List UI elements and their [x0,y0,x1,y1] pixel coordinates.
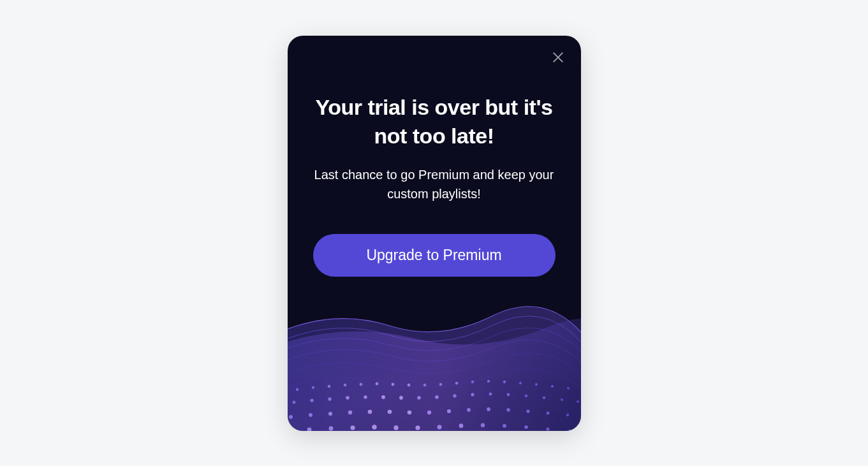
svg-point-28 [435,395,439,399]
svg-point-7 [375,382,378,385]
svg-point-22 [328,397,331,400]
wave-graphic [288,278,581,431]
svg-point-64 [546,427,549,430]
upgrade-button[interactable]: Upgrade to Premium [313,234,555,277]
svg-point-52 [288,428,290,430]
svg-point-23 [346,396,349,400]
svg-point-40 [348,410,351,414]
svg-point-12 [455,381,458,384]
svg-point-9 [407,383,410,386]
svg-point-24 [364,395,367,399]
svg-point-25 [381,395,385,399]
modal-subtitle: Last chance to go Premium and keep your … [313,165,555,203]
svg-point-18 [551,385,554,388]
svg-point-8 [391,382,394,386]
svg-point-29 [453,394,456,397]
svg-point-13 [471,380,473,382]
svg-point-62 [503,424,506,428]
close-button[interactable] [548,48,568,69]
svg-point-19 [567,387,570,390]
svg-point-38 [309,413,313,417]
svg-point-31 [489,392,492,395]
modal-title: Your trial is over but it's not too late… [313,93,555,152]
svg-point-6 [359,382,362,386]
svg-point-14 [487,379,489,382]
svg-point-39 [328,411,332,415]
svg-point-32 [506,393,510,396]
svg-point-61 [480,423,484,426]
svg-point-2 [295,388,298,390]
svg-point-49 [526,409,529,412]
svg-point-54 [328,426,333,430]
svg-point-42 [387,409,392,414]
svg-point-50 [546,411,549,414]
svg-point-48 [506,408,510,412]
close-icon [551,50,565,66]
svg-point-37 [289,415,293,419]
svg-point-56 [372,425,376,429]
svg-point-45 [446,409,450,412]
svg-point-60 [459,423,463,428]
svg-point-41 [367,409,372,414]
svg-point-30 [471,393,474,396]
svg-point-59 [437,425,441,429]
svg-point-33 [524,394,527,397]
svg-point-5 [343,383,346,386]
svg-point-36 [577,400,579,403]
svg-point-55 [350,425,355,430]
svg-point-57 [394,425,398,430]
trial-over-modal: Your trial is over but it's not too late… [288,36,581,431]
svg-point-34 [542,396,545,398]
svg-point-63 [524,425,528,429]
svg-point-4 [327,384,330,388]
svg-point-11 [439,382,442,386]
svg-point-3 [311,386,314,388]
svg-point-46 [467,408,471,412]
svg-point-20 [292,400,295,404]
svg-point-27 [417,396,421,400]
modal-content: Your trial is over but it's not too late… [288,36,581,277]
svg-point-58 [415,425,420,430]
svg-point-43 [407,410,411,414]
svg-point-26 [399,396,403,400]
svg-point-47 [487,407,490,411]
svg-point-10 [423,383,426,386]
svg-point-15 [503,380,505,382]
svg-point-35 [560,398,563,400]
svg-point-44 [427,410,430,414]
svg-point-51 [566,413,569,416]
svg-point-21 [310,398,313,402]
svg-point-16 [519,381,521,384]
svg-point-17 [534,382,537,385]
